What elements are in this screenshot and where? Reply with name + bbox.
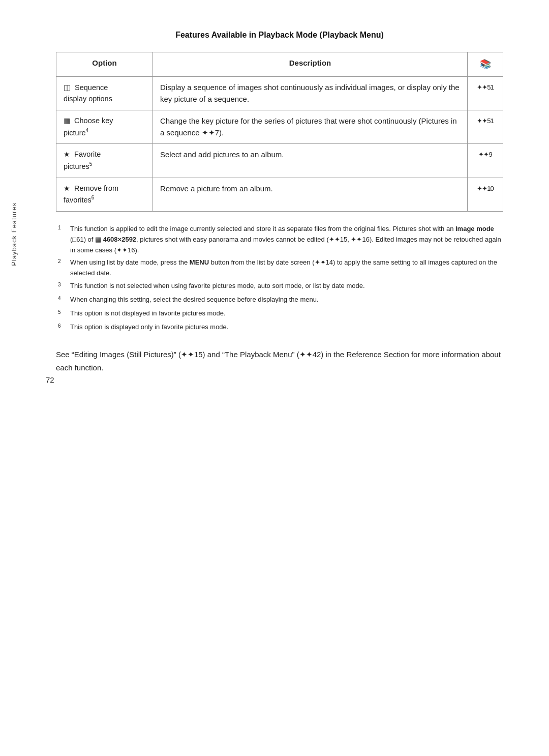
table-cell-option-fav: ★ Favoritepictures5 [56, 144, 153, 178]
footnotes: 1 This function is applied to edit the i… [56, 224, 503, 334]
sidebar-label: Playback Features [10, 202, 18, 266]
table-cell-ref-seq: ✦✦51 [468, 77, 503, 110]
table-cell-ref-choose: ✦✦51 [468, 110, 503, 144]
table-cell-ref-fav: ✦✦9 [468, 144, 503, 178]
footnote-text-3: This function is not selected when using… [70, 281, 503, 292]
table-cell-option-choose: ▦ Choose keypicture4 [56, 110, 153, 144]
footnote-text-4: When changing this setting, select the d… [70, 295, 503, 305]
footnote-num-4: 4 [58, 295, 69, 306]
table-row: ★ Remove fromfavorites6 Remove a picture… [56, 178, 503, 211]
table-cell-option-seq: ◫ Sequencedisplay options [56, 77, 153, 110]
rem-icon: ★ [64, 183, 70, 194]
table-header-description: Description [153, 52, 468, 77]
superscript-4: 4 [86, 128, 89, 133]
table-header-option: Option [56, 52, 153, 77]
resolution-bold: 4608×2592 [103, 236, 136, 243]
footnote-text-6: This option is displayed only in favorit… [70, 322, 503, 333]
ref-sym-fav: ✦✦9 [478, 151, 492, 158]
footnote-num-6: 6 [58, 322, 69, 334]
footnote-5: 5 This option is not displayed in favori… [58, 308, 503, 320]
ref-sym-seq: ✦✦51 [477, 83, 493, 91]
page-title: Features Available in Playback Mode (Pla… [56, 31, 503, 40]
footnote-1: 1 This function is applied to edit the i… [58, 224, 503, 255]
page-container: Playback Features Features Available in … [0, 0, 549, 404]
table-row: ▦ Choose keypicture4 Change the key pict… [56, 110, 503, 144]
table-cell-desc-rem: Remove a picture from an album. [153, 178, 468, 211]
see-also: See “Editing Images (Still Pictures)” (✦… [56, 348, 503, 374]
table-cell-desc-seq: Display a sequence of images shot contin… [153, 77, 468, 110]
superscript-5: 5 [89, 161, 93, 167]
option-name-rem: Remove fromfavorites6 [64, 184, 118, 205]
menu-bold: MENU [190, 258, 209, 266]
ref-sym-choose: ✦✦51 [477, 117, 493, 125]
footnote-6: 6 This option is displayed only in favor… [58, 322, 503, 334]
ref-sym-rem: ✦✦10 [477, 185, 493, 192]
footnote-text-2: When using list by date mode, press the … [70, 257, 503, 279]
table-cell-ref-rem: ✦✦10 [468, 178, 503, 211]
table-cell-desc-fav: Select and add pictures to an album. [153, 144, 468, 178]
fav-icon: ★ [64, 149, 70, 160]
footnote-3: 3 This function is not selected when usi… [58, 281, 503, 293]
footnote-num-3: 3 [58, 281, 69, 293]
table-cell-option-rem: ★ Remove fromfavorites6 [56, 178, 153, 211]
img-mode-bold: Image mode [455, 225, 494, 232]
footnote-num-2: 2 [58, 257, 69, 269]
table-row: ★ Favoritepictures5 Select and add pictu… [56, 144, 503, 178]
book-icon: 📚 [480, 59, 491, 69]
table-cell-desc-choose: Change the key picture for the series of… [153, 110, 468, 144]
seq-icon: ◫ [64, 82, 71, 94]
option-name-choose: Choose keypicture4 [64, 117, 113, 137]
footnote-text-1: This function is applied to edit the ima… [70, 224, 503, 255]
footnote-num-1: 1 [58, 224, 69, 236]
footnote-2: 2 When using list by date mode, press th… [58, 257, 503, 279]
superscript-6: 6 [92, 195, 95, 200]
features-table: Option Description 📚 ◫ Sequencedisplay o… [56, 52, 503, 212]
choose-icon: ▦ [64, 115, 70, 126]
table-row: ◫ Sequencedisplay options Display a sequ… [56, 77, 503, 110]
footnote-num-5: 5 [58, 308, 69, 320]
footnote-4: 4 When changing this setting, select the… [58, 295, 503, 306]
option-name-seq: Sequencedisplay options [64, 83, 112, 103]
footnote-text-5: This option is not displayed in favorite… [70, 308, 503, 319]
table-header-ref: 📚 [468, 52, 503, 77]
page-number: 72 [46, 375, 54, 384]
